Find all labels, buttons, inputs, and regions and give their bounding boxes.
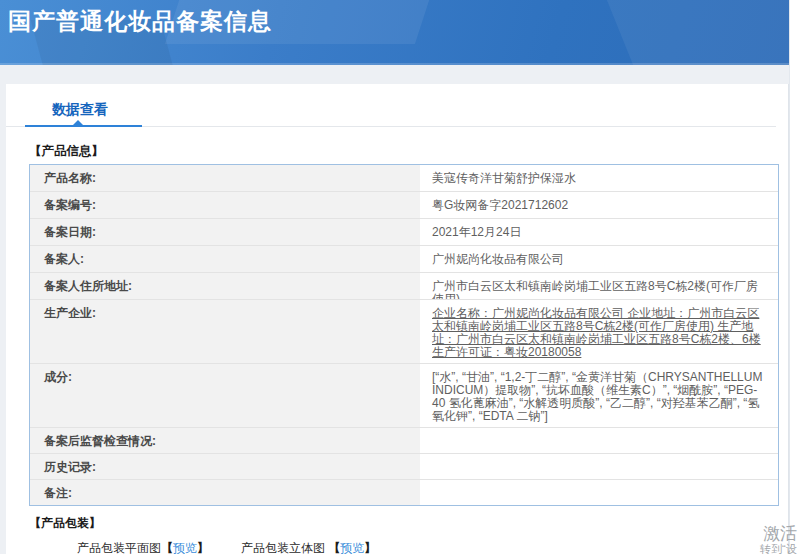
table-row: 生产企业: 企业名称：广州妮尚化妆品有限公司 企业地址：广州市白云区太和镇南岭岗… (30, 299, 778, 363)
table-row: 备案后监督检查情况: (30, 427, 778, 453)
tab-underline (6, 125, 788, 128)
row-value: 美寇传奇洋甘菊舒护保湿水 (420, 165, 778, 191)
row-label: 备案后监督检查情况: (30, 428, 420, 453)
table-row: 产品名称: 美寇传奇洋甘菊舒护保湿水 (30, 165, 778, 191)
table-row: 历史记录: (30, 453, 778, 479)
row-value: 广州妮尚化妆品有限公司 (420, 246, 778, 272)
row-value: [“水”, “甘油”, “1,2-丁二醇”, “金黄洋甘菊（CHRYSANTHE… (420, 364, 778, 427)
row-value (420, 454, 778, 479)
table-row: 备案编号: 粤G妆网备字2021712602 (30, 191, 778, 218)
content-card: 数据查看 【产品信息】 产品名称: 美寇传奇洋甘菊舒护保湿水 备案编号: 粤G妆… (6, 84, 789, 554)
table-row: 成分: [“水”, “甘油”, “1,2-丁二醇”, “金黄洋甘菊（CHRYSA… (30, 363, 778, 427)
bracket-open: 【 (328, 541, 340, 554)
tab-active-indicator (25, 125, 142, 127)
tab-data-view[interactable]: 数据查看 (52, 102, 108, 116)
tab-bar: 数据查看 (6, 84, 788, 116)
row-value: 广州市白云区太和镇南岭岗埔工业区五路8号C栋2楼(可作厂房使用) (420, 273, 778, 299)
tab-active-arrow-icon (73, 120, 83, 125)
packaging-flat-preview-link[interactable]: 预览 (173, 541, 197, 554)
table-row: 备案日期: 2021年12月24日 (30, 218, 778, 245)
page-header: 国产普通化妆品备案信息 (0, 0, 789, 65)
packaging-links-row: 产品包装平面图【预览】产品包装立体图 【预览】 (77, 540, 788, 554)
row-value (420, 480, 778, 505)
table-row: 备案人: 广州妮尚化妆品有限公司 (30, 245, 778, 272)
row-label: 生产企业: (30, 300, 420, 363)
packaging-flat-label: 产品包装平面图 (77, 541, 161, 554)
packaging-stereo-label: 产品包装立体图 (241, 541, 325, 554)
windows-activation-watermark-subtext: 转到“设 (760, 542, 797, 554)
row-value: 2021年12月24日 (420, 219, 778, 245)
row-value: 粤G妆网备字2021712602 (420, 192, 778, 218)
row-label: 成分: (30, 364, 420, 427)
table-row: 备注: (30, 479, 778, 505)
row-value: 企业名称：广州妮尚化妆品有限公司 企业地址：广州市白云区太和镇南岭岗埔工业区五路… (420, 300, 778, 363)
product-info-table: 产品名称: 美寇传奇洋甘菊舒护保湿水 备案编号: 粤G妆网备字202171260… (29, 164, 779, 506)
packaging-section-title: 【产品包装】 (29, 515, 788, 532)
row-label: 备注: (30, 480, 420, 505)
row-label: 产品名称: (30, 165, 420, 191)
row-label: 历史记录: (30, 454, 420, 479)
row-value (420, 428, 778, 453)
row-label: 备案人住所地址: (30, 273, 420, 299)
table-row: 备案人住所地址: 广州市白云区太和镇南岭岗埔工业区五路8号C栋2楼(可作厂房使用… (30, 272, 778, 299)
row-label: 备案日期: (30, 219, 420, 245)
page-title: 国产普通化妆品备案信息 (0, 0, 789, 37)
bracket-close: 】 (364, 541, 376, 554)
scrollbar-track[interactable] (789, 0, 800, 554)
header-sub-band (0, 65, 800, 84)
row-label: 备案编号: (30, 192, 420, 218)
bracket-open: 【 (161, 541, 173, 554)
packaging-stereo-preview-link[interactable]: 预览 (340, 541, 364, 554)
product-info-section-title: 【产品信息】 (29, 145, 788, 158)
bracket-close: 】 (197, 541, 209, 554)
row-label: 备案人: (30, 246, 420, 272)
